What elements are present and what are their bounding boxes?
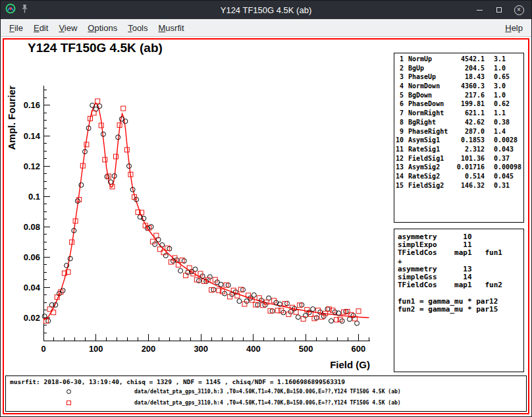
canvas-title: Y124 TF150G 4.5K (ab) <box>28 41 163 55</box>
legend-item: data/deltat_pta_gps_3110,h:3 ,T0=4.50K,T… <box>6 387 526 397</box>
p-name: RateSig2 <box>408 173 456 182</box>
p-idx: 12 <box>394 155 404 164</box>
parameter-row: 1NormUp4542.13.1 <box>394 55 523 65</box>
menu-edit[interactable]: Edit <box>28 20 53 36</box>
p-val: 0.514 <box>456 173 485 182</box>
p-err: 1.0 <box>494 65 506 74</box>
p-name: BgRight <box>408 119 456 128</box>
x-tick-label: 300 <box>194 344 208 354</box>
p-idx: 9 <box>394 128 404 137</box>
parameter-rows: 1NormUp4542.13.12BgUp204.51.03PhaseUp18.… <box>394 55 523 190</box>
app-icon[interactable] <box>5 3 16 16</box>
p-idx: 1 <box>394 55 404 65</box>
x-tick-label: 100 <box>89 344 103 354</box>
window-title: Y124 TF150G 4.5K (ab) <box>1 5 531 15</box>
parameter-row: 11RateSig12.3120.043 <box>394 146 523 155</box>
parameter-row: 13AsymSig20.017160.00098 <box>394 163 523 173</box>
menu-view[interactable]: View <box>53 20 82 36</box>
menu-tools[interactable]: Tools <box>122 20 153 36</box>
parameter-row: 7NormRight621.11.1 <box>394 109 523 119</box>
p-idx: 5 <box>394 92 404 101</box>
close-button[interactable]: × <box>513 4 525 16</box>
p-err: 0.31 <box>494 182 510 191</box>
x-tick-label: 500 <box>299 344 313 354</box>
y-tick-label: 0.02 <box>24 313 40 323</box>
parameter-row: 4NormDown4360.33.0 <box>394 82 523 92</box>
p-err: 1.0 <box>494 92 506 101</box>
p-err: 0.37 <box>494 155 510 164</box>
legend-label: data/deltat_pta_gps_3110,h:4 ,T0=4.50K,T… <box>134 400 401 406</box>
p-name: PhaseRight <box>408 128 456 137</box>
canvas-area: Y124 TF150G 4.5K (ab) 010020030040050060… <box>1 37 531 416</box>
legend-label: data/deltat_pta_gps_3110,h:3 ,T0=4.50K,T… <box>134 389 401 395</box>
data-series-square <box>44 99 361 323</box>
p-idx: 14 <box>394 173 404 182</box>
theory-line: TFieldCos map1 fun2 <box>398 281 523 289</box>
p-err: 0.38 <box>494 119 510 128</box>
circle-marker-icon <box>66 389 71 394</box>
p-val: 0.1853 <box>456 136 485 146</box>
minimize-button[interactable] <box>473 4 485 16</box>
p-idx: 10 <box>394 136 404 146</box>
x-tick-label: 600 <box>352 344 366 354</box>
x-tick-label: 0 <box>41 344 45 354</box>
info-panel[interactable]: musrfit: 2018-06-30, 13:19:40, chisq = 1… <box>5 375 527 412</box>
y-tick-label: 0.12 <box>24 161 40 171</box>
p-idx: 4 <box>394 82 404 92</box>
p-val: 4542.1 <box>456 55 485 65</box>
p-idx: 15 <box>394 182 404 191</box>
maximize-button[interactable] <box>493 4 505 16</box>
parameter-row: 12FieldSig1101.360.37 <box>394 155 523 164</box>
axes <box>43 86 370 341</box>
parameter-row: 9PhaseRight287.01.4 <box>394 128 523 137</box>
pin-icon[interactable] <box>20 4 29 16</box>
parameter-row: 5BgDown217.61.0 <box>394 92 523 101</box>
fit-stats: musrfit: 2018-06-30, 13:19:40, chisq = 1… <box>10 378 345 385</box>
theory-line: fun2 = gamma_mu * par15 <box>398 306 523 314</box>
y-tick-label: 0.08 <box>24 222 40 232</box>
p-err: 1.1 <box>494 109 506 119</box>
y-axis-title: Ampl. Fourier <box>6 86 17 150</box>
p-val: 4360.3 <box>456 82 485 92</box>
p-name: PhaseUp <box>408 73 456 82</box>
maximize-icon <box>496 7 502 13</box>
p-idx: 6 <box>394 100 404 109</box>
theory-line <box>398 289 523 297</box>
titlebar: Y124 TF150G 4.5K (ab) × <box>1 1 531 19</box>
data-series-circle <box>42 103 359 325</box>
legend-item: data/deltat_pta_gps_3110,h:4 ,T0=4.50K,T… <box>6 398 526 408</box>
p-val: 204.5 <box>456 65 485 74</box>
menubar: FileEditViewOptionsToolsMusrfit Help <box>1 19 531 37</box>
theory-line: TFieldCos map1 fun1 <box>398 249 523 257</box>
p-name: FieldSig2 <box>408 182 456 191</box>
p-val: 217.6 <box>456 92 485 101</box>
menu-file[interactable]: File <box>4 20 28 36</box>
p-err: 3.0 <box>494 82 506 92</box>
p-err: 3.1 <box>494 55 506 65</box>
parameter-row: 6PhaseDown199.810.62 <box>394 100 523 109</box>
p-name: AsymSig2 <box>408 163 456 173</box>
y-tick-label: 0.14 <box>24 131 41 141</box>
y-tick-label: 0.04 <box>24 283 41 292</box>
y-tick-label: 0.06 <box>24 252 40 262</box>
theory-box[interactable]: asymmetry 10simplExpo 11TFieldCos map1 f… <box>394 229 524 372</box>
menu-help[interactable]: Help <box>500 20 528 36</box>
parameter-box[interactable]: 1NormUp4542.13.12BgUp204.51.03PhaseUp18.… <box>394 53 524 223</box>
menu-musrfit[interactable]: Musrfit <box>153 20 190 36</box>
p-err: 0.045 <box>494 173 514 182</box>
p-name: BgDown <box>408 92 456 101</box>
p-name: BgUp <box>408 65 456 74</box>
p-name: RateSig1 <box>408 146 456 155</box>
fourier-plot[interactable]: 01002003004005006000.020.040.060.080.10.… <box>4 80 383 374</box>
root-canvas[interactable]: Y124 TF150G 4.5K (ab) 010020030040050060… <box>3 38 529 414</box>
p-err: 1.4 <box>494 128 506 137</box>
minimize-icon <box>477 10 483 11</box>
p-val: 2.312 <box>456 146 485 155</box>
p-name: PhaseDown <box>408 100 456 109</box>
p-err: 0.00098 <box>494 163 521 173</box>
parameter-row: 10AsymSig10.18530.0028 <box>394 136 523 146</box>
p-idx: 13 <box>394 163 404 173</box>
menu-options[interactable]: Options <box>82 20 122 36</box>
y-tick-label: 0.1 <box>28 192 40 202</box>
p-idx: 8 <box>394 119 404 128</box>
